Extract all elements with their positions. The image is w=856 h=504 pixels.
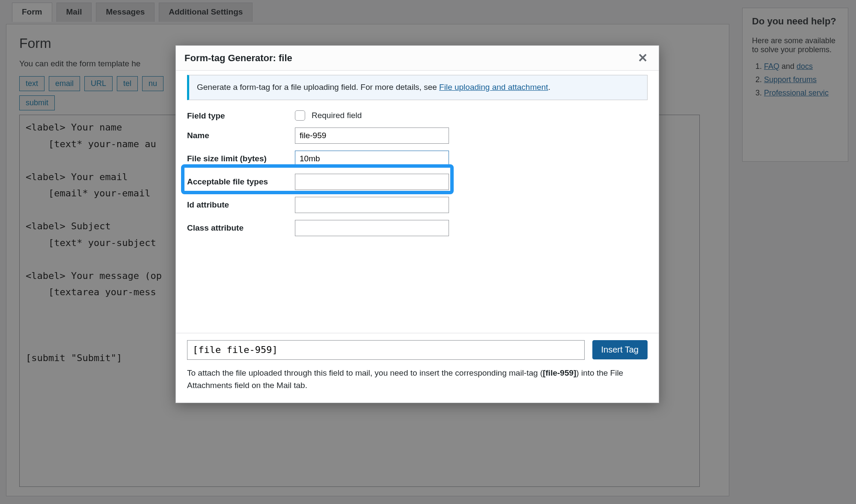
- footer-help-text: To attach the file uploaded through this…: [187, 367, 648, 392]
- modal-title: Form-tag Generator: file: [184, 53, 292, 64]
- row-file-size-limit: File size limit (bytes): [187, 151, 648, 167]
- form-tag-generator-modal: Form-tag Generator: file ✕ Generate a fo…: [175, 45, 659, 403]
- required-checkbox-label: Required field: [312, 111, 362, 120]
- label-name: Name: [187, 127, 295, 140]
- row-name: Name: [187, 127, 648, 144]
- label-acceptable-types: Acceptable file types: [187, 174, 295, 187]
- row-field-type: Field type Required field: [187, 108, 648, 121]
- label-class-attribute: Class attribute: [187, 220, 295, 233]
- info-box: Generate a form-tag for a file uploading…: [187, 75, 648, 100]
- file-upload-doc-link[interactable]: File uploading and attachment: [439, 83, 548, 92]
- insert-tag-button[interactable]: Insert Tag: [592, 340, 648, 359]
- file-size-limit-field[interactable]: [295, 151, 449, 167]
- id-attribute-field[interactable]: [295, 197, 449, 213]
- label-field-type: Field type: [187, 108, 295, 121]
- label-file-size-limit: File size limit (bytes): [187, 151, 295, 163]
- required-checkbox[interactable]: [295, 110, 305, 121]
- row-class-attribute: Class attribute: [187, 220, 648, 236]
- acceptable-types-field[interactable]: [295, 174, 449, 190]
- class-attribute-field[interactable]: [295, 220, 449, 236]
- row-acceptable-types: Acceptable file types: [187, 174, 648, 190]
- row-id-attribute: Id attribute: [187, 197, 648, 213]
- label-id-attribute: Id attribute: [187, 197, 295, 210]
- close-icon[interactable]: ✕: [635, 51, 650, 65]
- generated-tag-output[interactable]: [187, 340, 585, 360]
- name-field[interactable]: [295, 127, 449, 144]
